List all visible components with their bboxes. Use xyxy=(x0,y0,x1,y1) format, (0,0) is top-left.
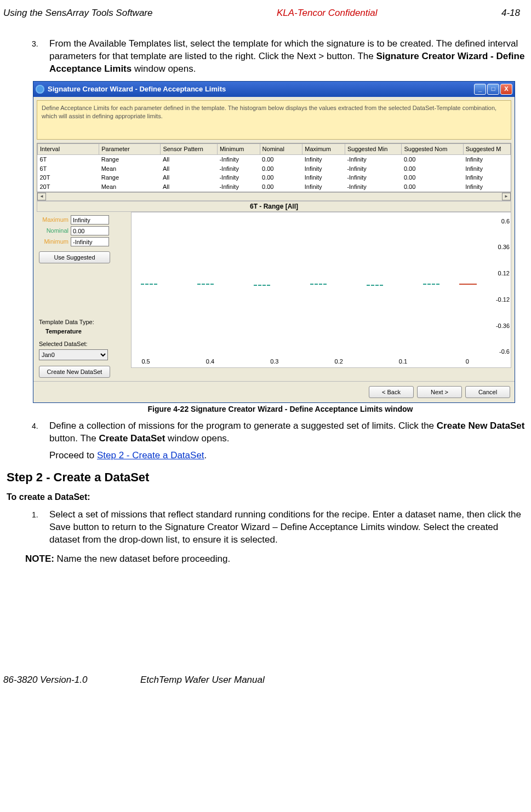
scroll-right-icon[interactable]: ► xyxy=(502,193,511,200)
y-tick: -0.6 xyxy=(499,348,510,356)
y-axis: 0.6 0.36 0.12 -0.12 -0.36 -0.6 xyxy=(489,217,510,354)
step-4-c: button. The xyxy=(49,433,99,444)
data-dash xyxy=(367,285,383,286)
x-tick: 0.2 xyxy=(335,358,343,366)
nom-input[interactable] xyxy=(71,226,109,235)
proceed-post: . xyxy=(204,450,207,460)
note-text: Name the new dataset before proceeding. xyxy=(54,554,230,564)
x-axis: 0.5 0.4 0.3 0.2 0.1 0 xyxy=(132,358,489,365)
page-header: Using the SensArray Tools Software KLA-T… xyxy=(0,8,531,38)
col-parameter[interactable]: Parameter xyxy=(99,143,161,154)
step2-heading: Step 2 - Create a DataSet xyxy=(7,469,528,486)
col-nom[interactable]: Nominal xyxy=(260,143,302,154)
next-button[interactable]: Next > xyxy=(417,386,462,398)
proceed-line: Proceed to Step 2 - Create a DataSet. xyxy=(33,450,528,462)
page-footer: 86-3820 Version-1.0 EtchTemp Wafer User … xyxy=(0,565,531,693)
step2-item1-text: Select a set of missions that reflect st… xyxy=(33,509,528,546)
step2-item1-num: 1. xyxy=(32,510,38,520)
proceed-pre: Proceed to xyxy=(49,450,97,460)
max-label: Maximum xyxy=(39,216,71,224)
maximize-button[interactable]: □ xyxy=(487,84,499,95)
create-new-dataset-button[interactable]: Create New DataSet xyxy=(39,366,110,378)
table-row[interactable]: 6TRangeAll-Infinity0.00Infinity-Infinity… xyxy=(38,154,511,164)
table-row[interactable]: 6TMeanAll-Infinity0.00Infinity-Infinity0… xyxy=(38,164,511,174)
data-dash xyxy=(254,285,270,286)
back-button[interactable]: < Back xyxy=(369,386,414,398)
x-tick: 0.3 xyxy=(270,358,278,366)
col-interval[interactable]: Interval xyxy=(38,143,99,154)
selected-dataset-label: Selected DataSet: xyxy=(39,340,130,348)
col-smin[interactable]: Suggested Min xyxy=(345,143,402,154)
step-4-b: Create New DataSet xyxy=(437,421,525,431)
proceed-link[interactable]: Step 2 - Create a DataSet xyxy=(97,450,204,460)
nom-label: Nominal xyxy=(39,227,71,235)
template-data-type-label: Template Data Type: xyxy=(39,318,130,326)
step-3-num: 3. xyxy=(32,39,38,49)
step-3-text-c: window opens. xyxy=(132,64,196,74)
x-tick: 0.1 xyxy=(399,358,407,366)
y-tick: -0.36 xyxy=(496,321,510,330)
data-marker xyxy=(459,284,477,285)
y-tick: -0.12 xyxy=(496,295,510,303)
col-min[interactable]: Minimum xyxy=(217,143,260,154)
plot-series xyxy=(134,217,487,355)
header-left: Using the SensArray Tools Software xyxy=(3,8,152,19)
scroll-left-icon[interactable]: ◄ xyxy=(37,193,46,200)
col-max[interactable]: Maximum xyxy=(302,143,345,154)
header-right: 4-18 xyxy=(501,8,520,19)
y-tick: 0.36 xyxy=(498,243,510,251)
step-3: 3. From the Available Templates list, se… xyxy=(33,38,528,76)
step-4-e: window opens. xyxy=(165,433,229,444)
note-label: NOTE: xyxy=(25,554,54,564)
step2-subheading: To create a DataSet: xyxy=(7,491,528,503)
min-label: Minimum xyxy=(39,238,71,246)
step-4-num: 4. xyxy=(32,421,38,431)
info-banner: Define Acceptance Limits for each parame… xyxy=(37,100,511,140)
titlebar[interactable]: Signature Creator Wizard - Define Accept… xyxy=(33,82,515,97)
max-input[interactable] xyxy=(71,215,109,224)
table-row[interactable]: 20TMeanAll-Infinity0.00Infinity-Infinity… xyxy=(38,182,511,192)
figure-caption: Figure 4-22 Signature Creator Wizard - D… xyxy=(33,404,528,414)
note-line: NOTE: Name the new dataset before procee… xyxy=(25,553,528,566)
chart-title: 6T - Range [All] xyxy=(37,201,511,212)
table-row[interactable]: 20TRangeAll-Infinity0.00Infinity-Infinit… xyxy=(38,173,511,182)
wizard-window: Signature Creator Wizard - Define Accept… xyxy=(33,81,515,403)
data-dash xyxy=(423,284,439,285)
template-data-type-value: Temperature xyxy=(39,327,130,336)
app-icon xyxy=(36,85,44,94)
footer-mid: EtchTemp Wafer User Manual xyxy=(135,675,520,686)
window-title: Signature Creator Wizard - Define Accept… xyxy=(48,84,474,94)
cancel-button[interactable]: Cancel xyxy=(465,386,510,398)
y-tick: 0.12 xyxy=(498,269,510,278)
minimize-button[interactable]: _ xyxy=(474,84,486,95)
wizard-button-row: < Back Next > Cancel xyxy=(33,381,515,402)
step-4-a: Define a collection of missions for the … xyxy=(49,421,437,431)
limits-table[interactable]: Interval Parameter Sensor Pattern Minimu… xyxy=(37,143,511,192)
header-mid: KLA-Tencor Confidential xyxy=(277,8,378,19)
y-tick: 0.6 xyxy=(501,217,510,225)
data-dash xyxy=(310,284,327,285)
step-4-d: Create DataSet xyxy=(99,433,165,444)
table-header-row: Interval Parameter Sensor Pattern Minimu… xyxy=(38,143,511,154)
x-tick: 0.4 xyxy=(206,358,214,366)
col-snom[interactable]: Suggested Nom xyxy=(402,143,463,154)
selected-dataset-dropdown[interactable]: Jan0 xyxy=(39,349,108,360)
footer-left: 86-3820 Version-1.0 xyxy=(3,675,135,686)
figure-wizard: Signature Creator Wizard - Define Accept… xyxy=(33,81,528,414)
x-tick: 0.5 xyxy=(141,358,150,366)
col-smax[interactable]: Suggested M xyxy=(463,143,510,154)
left-panel: Maximum Nominal Minimum Use Suggested Te… xyxy=(37,212,130,378)
data-dash xyxy=(197,284,214,285)
use-suggested-button[interactable]: Use Suggested xyxy=(39,251,110,263)
horizontal-scrollbar[interactable]: ◄ ► xyxy=(37,192,511,201)
x-tick: 0 xyxy=(466,358,469,366)
close-button[interactable]: X xyxy=(500,84,512,95)
min-input[interactable] xyxy=(71,237,109,246)
step-4: 4. Define a collection of missions for t… xyxy=(33,420,528,445)
data-dash xyxy=(141,284,157,285)
col-sensor[interactable]: Sensor Pattern xyxy=(161,143,218,154)
step2-item1: 1. Select a set of missions that reflect… xyxy=(33,509,528,546)
histogram-plot: 0.6 0.36 0.12 -0.12 -0.36 -0.6 0.5 0.4 0… xyxy=(131,212,511,368)
